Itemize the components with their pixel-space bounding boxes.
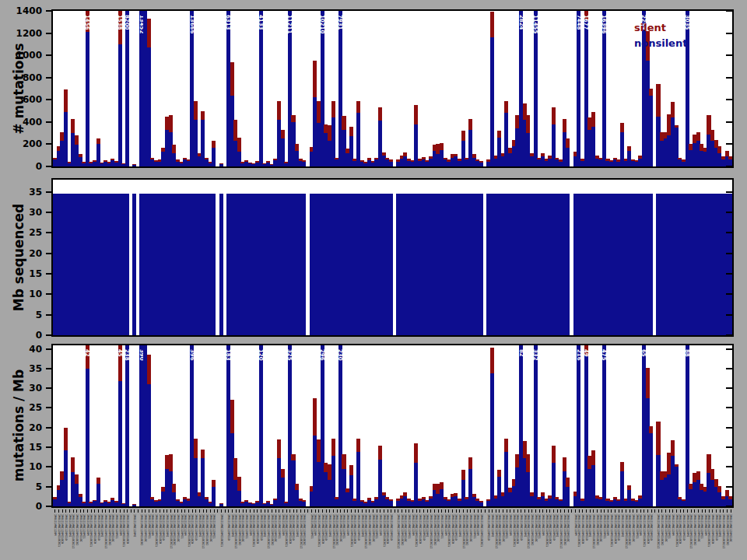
x-tick <box>221 509 222 513</box>
x-tick <box>665 509 666 513</box>
sample-id-label: IM01I1M0I1I0MI10I0I <box>367 514 370 545</box>
x-tick <box>362 509 363 513</box>
mutation-bar-nonsilent <box>302 194 306 335</box>
x-tick <box>481 509 482 513</box>
y-tick-right <box>726 33 732 34</box>
x-tick <box>405 509 406 513</box>
sample-id-label: IM01I1M0I1I0MI10I0I1 <box>57 514 60 547</box>
x-tick <box>65 509 66 513</box>
mutation-bar-nonsilent <box>490 37 494 166</box>
mutation-bar-silent <box>349 465 353 475</box>
mutation-bar-silent <box>454 154 458 157</box>
clipped-bar-value-label: 45 <box>117 349 122 357</box>
x-tick <box>630 509 630 513</box>
x-tick <box>127 509 128 513</box>
sample-id-label: IM01I1M0I1I0MI10I0 <box>679 514 682 544</box>
sample-id-label: IM01I1M0I1I0M <box>672 514 675 535</box>
y-tick-label: 20 <box>5 422 42 433</box>
sample-id-label: IM01I1M0I1I0M <box>509 514 512 535</box>
x-tick <box>651 509 652 513</box>
sample-id-label: IM01I1M0I1I0MI10I0I1I <box>72 514 75 548</box>
clipped-bar-value-label: 1677 <box>583 15 588 30</box>
sample-id-label: IM01I1M0I1I0MI10I <box>404 514 407 542</box>
y-tick-left <box>46 77 52 79</box>
mutation-bar-nonsilent <box>118 381 122 506</box>
x-tick <box>286 509 287 513</box>
x-tick <box>492 509 493 513</box>
sample-id-label: IM01I1M0I1I0MI <box>100 514 103 537</box>
mutation-bar-silent <box>172 145 176 153</box>
sample-id-label: IM01I1M0I1I0MI10I0I1 <box>577 514 580 547</box>
sample-id-label: IM01I1M0I1I0MI10 <box>454 514 458 541</box>
x-tick <box>658 509 659 513</box>
mutation-bar-nonsilent <box>479 194 483 335</box>
sample-id-label: IM01I1M0I1I0M <box>248 514 251 535</box>
x-tick <box>611 509 612 513</box>
sample-id-label: IM01I1M0I1I0M <box>476 514 479 535</box>
y-tick-left <box>46 314 52 316</box>
mutation-bar-silent <box>472 494 476 497</box>
x-tick <box>644 509 644 513</box>
sample-id-label: IM01I1M0I1I0MI10I0I <box>140 514 143 545</box>
x-tick <box>546 509 547 513</box>
sample-id-label: IM01I1M0I1I0MI10I0I1I <box>591 514 594 548</box>
sample-id-label: IM01I1M0I1I0MI10I0I <box>173 514 176 545</box>
x-tick <box>275 509 276 513</box>
sample-id-label: IM01I1M0I1I0M <box>86 514 89 535</box>
mutation-bar-silent <box>479 161 483 163</box>
x-tick <box>351 509 352 513</box>
mutation-bar-silent <box>96 138 100 145</box>
x-tick <box>438 509 439 513</box>
clipped-bar-value-label: 88 <box>684 349 689 357</box>
mutation-bar-silent <box>552 107 556 124</box>
sample-id-label: IM01I1M0I1I0MI10I0I1 <box>415 514 418 547</box>
y-tick-label: 10 <box>5 461 42 472</box>
y-tick-label: 5 <box>5 481 42 492</box>
mutation-bar-nonsilent <box>649 96 653 166</box>
mutation-bar-nonsilent <box>219 194 223 335</box>
panel-mutation-rate: 4245238390396183120325296230823322164947… <box>51 344 734 508</box>
x-tick <box>257 509 258 513</box>
mutation-bar-silent <box>504 439 508 451</box>
x-tick <box>720 509 721 513</box>
sample-id-label: IM01I1M0I1I0MI10 <box>650 514 653 541</box>
y-tick-right <box>726 166 732 167</box>
sample-id-label: IM01I1M0I1I0MI10I0I1 <box>642 514 645 547</box>
y-tick-left <box>46 348 52 350</box>
mutation-bar-nonsilent <box>302 162 306 166</box>
sample-id-label: IM01I1M0I1I0MI <box>686 514 689 537</box>
x-tick <box>83 509 84 513</box>
x-tick <box>254 509 254 513</box>
sample-id-label: IM01I1M0I1I0MI10 <box>552 514 555 541</box>
mutation-bar-silent <box>291 115 295 122</box>
x-tick <box>120 509 121 513</box>
mutation-bar-silent <box>295 144 299 151</box>
y-tick-right <box>726 334 732 336</box>
sample-id-label: IM01I1M0I1I0MI10I <box>534 514 537 542</box>
mutation-bar-silent <box>414 105 418 124</box>
sample-id-label: IM01I1M0I1I0MI10I <box>631 514 634 542</box>
sample-id-label: IM01I1M0I1I0MI10I0I1I <box>169 514 172 548</box>
mutation-bar-nonsilent <box>479 163 483 166</box>
x-tick <box>489 509 489 513</box>
sample-id-label: IM01I1M0I1I0MI10I <box>599 514 602 542</box>
sample-id-label: IM01I1M0I1I0MI1 <box>538 514 541 539</box>
x-tick <box>672 509 673 513</box>
sample-id-label: IM01I1M0I1I0MI10I0 <box>580 514 584 544</box>
mutation-bar-silent <box>497 131 501 138</box>
clipped-bar-value-label: 10210 <box>319 15 324 33</box>
mutation-bar-silent <box>331 101 335 117</box>
mutation-bar-nonsilent <box>259 11 263 166</box>
mutation-bar-nonsilent <box>577 11 580 166</box>
mutation-bar-nonsilent <box>132 505 136 506</box>
x-tick <box>604 509 605 513</box>
mutation-bar-silent <box>468 119 472 130</box>
sample-id-label: IM01I1M0I1I0MI10I <box>664 514 667 542</box>
x-tick <box>388 509 388 513</box>
mutation-bar-silent <box>266 161 270 163</box>
x-tick <box>694 509 695 513</box>
sample-id-label: IM01I1M0I1I0MI10I0I <box>595 514 598 545</box>
x-tick <box>380 509 381 513</box>
mutation-bar-silent <box>725 151 729 156</box>
sample-id-label: IM01I1M0I1I0MI10I0I <box>661 514 664 545</box>
